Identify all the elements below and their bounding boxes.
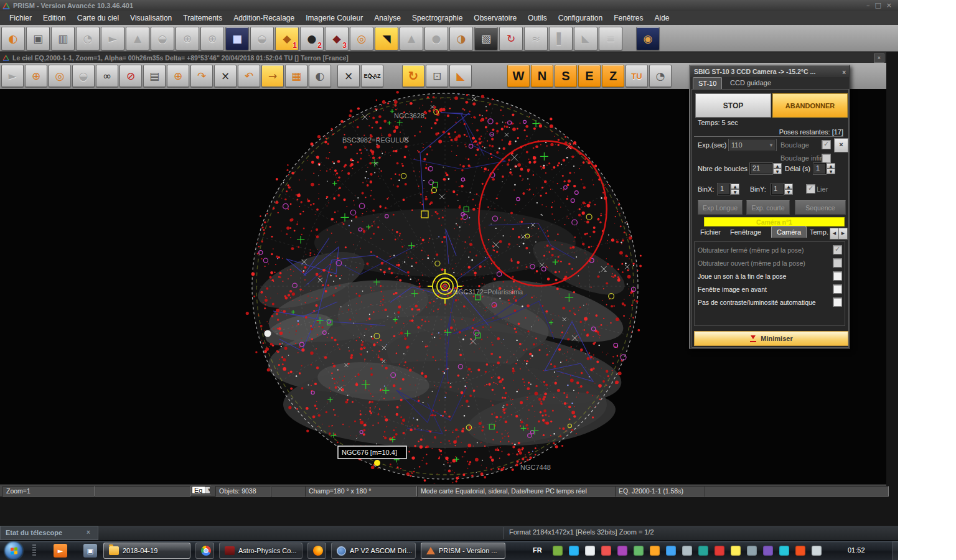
loops-stepper[interactable]: ▲▼ xyxy=(773,163,782,174)
visu-settings-button[interactable]: ▥ xyxy=(51,27,75,50)
combine-button[interactable]: ◒ xyxy=(151,27,174,50)
pan-hand-button[interactable]: ▌ xyxy=(549,27,573,50)
time-settings-button[interactable]: ◔ xyxy=(649,65,672,87)
app-launcher-icon[interactable]: ▣ xyxy=(83,544,97,558)
eq-selector[interactable]: Eq ▼ xyxy=(192,486,210,494)
camera-3-button[interactable]: ◆3 xyxy=(325,27,349,50)
menu-fichier[interactable]: Fichier xyxy=(4,12,37,24)
delay-stepper[interactable]: ▲▼ xyxy=(827,163,835,174)
universal-time-button[interactable]: TU xyxy=(626,65,648,87)
lier-checkbox[interactable]: ✓ xyxy=(806,184,815,194)
camera-panel-close-icon[interactable]: × xyxy=(842,67,846,78)
statistics-button[interactable]: ≡ xyxy=(599,27,622,50)
close-icon[interactable]: × xyxy=(886,1,892,11)
menu-addition-recalage[interactable]: Addition-Recalage xyxy=(228,12,300,24)
sky-window-close-icon[interactable]: × xyxy=(874,54,884,63)
telescope-button[interactable]: ◥ xyxy=(375,27,398,50)
center-view-button[interactable]: × xyxy=(337,65,360,87)
menu-spectrographie[interactable]: Spectrographie xyxy=(406,12,468,24)
checkbox[interactable] xyxy=(833,284,842,294)
focuser-button[interactable]: ◎ xyxy=(350,27,373,50)
compress-view-button[interactable]: × xyxy=(214,65,237,87)
camera-2-button[interactable]: ●2 xyxy=(300,27,324,50)
tray-icon-13[interactable] xyxy=(747,546,757,556)
minimize-panel-button[interactable]: Minimiser xyxy=(694,331,848,346)
down-arrow-icon[interactable]: ▼ xyxy=(784,189,793,195)
sequence-button[interactable]: Sequence xyxy=(795,200,846,215)
bouclage-checkbox[interactable]: ✓ xyxy=(822,140,831,149)
taskbar-clock[interactable]: 01:52 xyxy=(848,546,865,554)
bright-object-dot[interactable] xyxy=(265,330,271,337)
save-button[interactable]: ▣ xyxy=(26,27,50,50)
maximize-icon[interactable]: □ xyxy=(874,1,881,11)
telescope-status-panel[interactable]: Etat du télescope × xyxy=(0,526,98,540)
exp-longue-button[interactable]: Exp Longue xyxy=(698,200,743,215)
tray-icon-14[interactable] xyxy=(763,546,773,556)
align-button[interactable]: ▲ xyxy=(126,27,149,50)
down-arrow-icon[interactable]: ▼ xyxy=(827,169,835,174)
menu-configuration[interactable]: Configuration xyxy=(553,12,608,24)
biny-stepper[interactable]: ▲▼ xyxy=(784,184,793,195)
menu-analyse[interactable]: Analyse xyxy=(368,12,406,24)
rotate-field-button[interactable]: ↻ xyxy=(402,65,424,87)
checkbox[interactable] xyxy=(833,297,842,307)
compass-east-button[interactable]: E xyxy=(578,65,601,87)
tray-icon-5[interactable] xyxy=(617,546,627,556)
task-ap-v2-ascom[interactable]: AP V2 ASCOM Dri... xyxy=(331,543,416,559)
tray-icon-11[interactable] xyxy=(715,546,724,556)
menu-observatoire[interactable]: Observatoire xyxy=(468,12,522,24)
tray-icon-1[interactable] xyxy=(553,546,563,556)
language-indicator[interactable]: FR xyxy=(533,546,542,554)
tray-icon-17[interactable] xyxy=(812,546,822,556)
abandon-button[interactable]: ABANDONNER xyxy=(772,93,848,118)
dome-button[interactable]: ◒ xyxy=(250,27,274,50)
expand-view-button[interactable]: ⊕ xyxy=(167,65,189,87)
biny-value[interactable]: 1 xyxy=(771,184,784,195)
up-arrow-icon[interactable]: ▲ xyxy=(731,184,739,189)
subtab-temp-ccd[interactable]: Temp. CCD xyxy=(810,228,830,236)
tab-st10[interactable]: ST-10 xyxy=(693,77,722,89)
task-firefox[interactable] xyxy=(307,543,326,559)
script-button[interactable]: ≈ xyxy=(524,27,548,50)
task-chrome[interactable] xyxy=(195,543,214,559)
loops-value[interactable]: 21 xyxy=(750,163,772,174)
task-astro-physics[interactable]: Astro-Physics Co... xyxy=(219,543,302,559)
checkbox[interactable] xyxy=(833,258,842,268)
tray-icon-9[interactable] xyxy=(682,546,692,556)
tab-scroll-left-icon[interactable]: ◀ xyxy=(830,228,839,240)
goto-object-button[interactable]: → xyxy=(261,65,284,87)
preview-image-button[interactable]: ■ xyxy=(225,27,249,50)
tray-icon-6[interactable] xyxy=(634,546,644,556)
measure-ruler-button[interactable]: ◣ xyxy=(449,65,472,87)
exp-sec-select[interactable]: 110▼ xyxy=(729,139,776,151)
menu-traitements[interactable]: Traitements xyxy=(177,12,228,24)
tray-icon-10[interactable] xyxy=(698,546,708,556)
compass-north-button[interactable]: N xyxy=(531,65,553,87)
tab-scroll-right-icon[interactable]: ▶ xyxy=(838,228,848,240)
process-button-1[interactable]: ⊕ xyxy=(176,27,199,50)
delay-value[interactable]: 1 xyxy=(813,163,826,174)
down-arrow-icon[interactable]: ▼ xyxy=(731,189,739,195)
menu-edition[interactable]: Edition xyxy=(37,12,72,24)
zenith-button[interactable]: Z xyxy=(602,65,624,87)
binx-value[interactable]: 1 xyxy=(718,184,730,195)
blink-button[interactable]: ► xyxy=(101,27,124,50)
down-arrow-icon[interactable]: ▼ xyxy=(773,169,782,174)
menu-fenetres[interactable]: Fenêtres xyxy=(608,12,649,24)
camera-1-button[interactable]: ◆1 xyxy=(275,27,299,50)
print-chart-button[interactable]: ▤ xyxy=(143,65,166,87)
eq-az-toggle-button[interactable]: EQ AZ xyxy=(361,65,383,87)
tab-ccd-guidage[interactable]: CCD guidage xyxy=(725,77,776,89)
start-button[interactable] xyxy=(4,541,23,560)
task-folder-2018-04-19[interactable]: 2018-04-19 xyxy=(103,543,190,559)
compass-south-button[interactable]: S xyxy=(555,65,577,87)
undo-view-button[interactable]: ↶ xyxy=(238,65,260,87)
stop-button[interactable]: STOP xyxy=(695,93,771,118)
compass-west-button[interactable]: W xyxy=(507,65,530,87)
tray-icon-3[interactable] xyxy=(585,546,595,556)
menu-imagerie-couleur[interactable]: Imagerie Couleur xyxy=(300,12,368,24)
observatory-gears-button[interactable]: ◉ xyxy=(636,27,660,50)
tray-icon-4[interactable] xyxy=(601,546,611,556)
tray-icon-8[interactable] xyxy=(666,546,676,556)
menu-visualisation[interactable]: Visualisation xyxy=(124,12,177,24)
